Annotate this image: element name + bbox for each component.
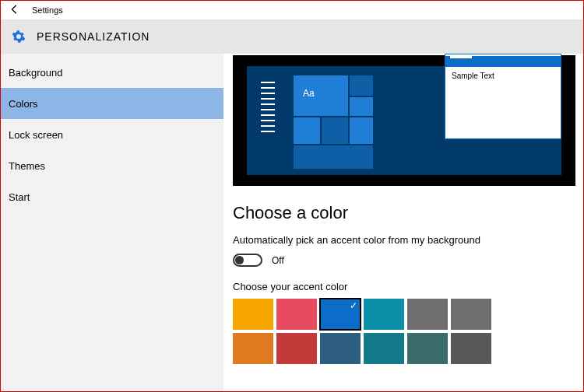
header: PERSONALIZATION [1,19,583,54]
sidebar-item-label: Lock screen [9,129,63,141]
toggle-knob [235,256,244,264]
sidebar-item-label: Background [9,67,62,79]
sidebar-item-label: Themes [9,160,45,172]
header-title: PERSONALIZATION [37,30,150,43]
preview-tile-aa: Aa [294,75,348,116]
body: Background Colors Lock screen Themes Sta… [1,54,583,391]
preview-menu-lines [261,82,278,132]
preview-tile [294,117,320,144]
auto-pick-label: Automatically pick an accent color from … [233,234,574,246]
sidebar-item-colors[interactable]: Colors [1,88,223,119]
accent-swatch[interactable] [451,299,491,330]
main-panel: Aa Sample Text Choose a color Automatica… [223,54,583,391]
sidebar-item-start[interactable]: Start [1,181,223,212]
accent-swatch[interactable] [276,333,317,364]
sidebar-item-themes[interactable]: Themes [1,150,223,181]
accent-swatch[interactable] [276,299,317,330]
accent-swatch[interactable] [451,333,491,364]
accent-swatch[interactable] [364,333,404,364]
gear-icon [12,30,26,44]
section-title: Choose a color [233,203,574,223]
accent-swatch[interactable] [320,333,361,364]
sidebar-item-label: Colors [9,98,38,110]
preview-window-titlebar [445,56,561,67]
preview-tile [350,75,373,96]
auto-pick-toggle-row: Off [233,254,574,267]
color-preview: Aa Sample Text [233,55,575,186]
sidebar-item-lock-screen[interactable]: Lock screen [1,119,223,150]
preview-tiles: Aa [294,75,379,169]
sidebar: Background Colors Lock screen Themes Sta… [1,54,223,391]
accent-swatch-grid: ✓ [233,299,574,364]
toggle-state-label: Off [272,255,284,266]
accent-swatch[interactable] [407,299,448,330]
sidebar-item-label: Start [9,191,30,203]
window-title: Settings [32,5,63,15]
preview-tile [350,117,373,144]
preview-tile [350,97,373,116]
back-button[interactable] [7,4,23,17]
preview-tile [322,117,348,144]
settings-window: Settings PERSONALIZATION Background Colo… [0,0,584,392]
preview-window: Sample Text [445,54,561,139]
accent-swatch[interactable] [233,333,273,364]
accent-swatch[interactable] [233,299,273,330]
accent-swatch[interactable]: ✓ [320,299,361,330]
accent-swatch[interactable] [364,299,404,330]
preview-window-text: Sample Text [445,67,561,85]
accent-swatch[interactable] [407,333,448,364]
preview-tile [294,145,373,169]
auto-pick-toggle[interactable] [233,254,262,267]
titlebar: Settings [1,1,583,19]
check-icon: ✓ [350,300,357,311]
accent-color-label: Choose your accent color [233,281,574,292]
sidebar-item-background[interactable]: Background [1,57,223,88]
